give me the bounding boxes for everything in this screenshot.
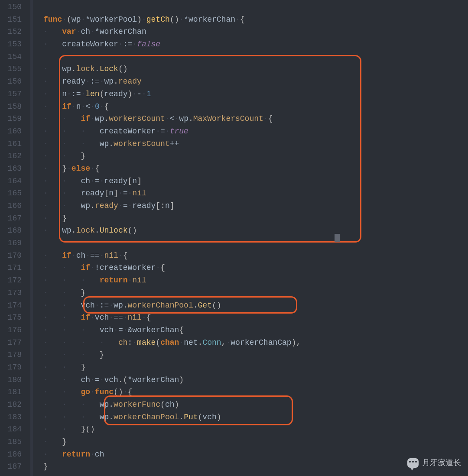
code-line[interactable]: · if·n·<·0·{ — [43, 100, 301, 113]
code-editor[interactable]: 1501511521531541551561571581591601611621… — [0, 0, 468, 476]
code-line[interactable]: · · · wp.workerFunc(ch) — [43, 398, 301, 411]
code-line[interactable]: · · · } — [43, 349, 301, 361]
code-area[interactable]: func·(wp·*workerPool)·getCh()·*workerCha… — [43, 1, 301, 476]
line-number: 171 — [0, 262, 26, 274]
line-number: 183 — [0, 411, 26, 424]
line-number: 166 — [0, 200, 26, 212]
code-line[interactable]: func·(wp·*workerPool)·getCh()·*workerCha… — [43, 13, 301, 26]
line-number: 152 — [0, 26, 26, 38]
caret-mark — [335, 234, 340, 242]
watermark: 月牙寂道长 — [407, 457, 461, 469]
line-number: 160 — [0, 125, 26, 138]
line-number: 158 — [0, 100, 26, 113]
code-line[interactable]: · · if·vch·==·nil·{ — [43, 311, 301, 324]
line-number: 154 — [0, 51, 26, 63]
line-number: 168 — [0, 224, 26, 237]
line-number: 178 — [0, 349, 26, 361]
code-line[interactable]: · } — [43, 436, 301, 448]
code-line[interactable]: · · · return·nil — [43, 274, 301, 287]
line-number: 187 — [0, 460, 26, 473]
wechat-icon — [407, 458, 419, 468]
code-line[interactable]: · · · wp.workerChanPool.Put(vch) — [43, 411, 301, 424]
code-line[interactable]: · if·ch·==·nil·{ — [43, 249, 301, 262]
code-line[interactable]: · ready·:=·wp.ready — [43, 75, 301, 88]
line-number: 169 — [0, 237, 26, 249]
code-line[interactable]: · var·ch·*workerChan — [43, 26, 301, 38]
line-number: 176 — [0, 324, 26, 337]
code-line[interactable] — [43, 237, 301, 249]
line-number: 170 — [0, 249, 26, 262]
line-number: 184 — [0, 423, 26, 436]
code-line[interactable]: · · vch·:=·wp.workerChanPool.Get() — [43, 299, 301, 312]
line-number: 164 — [0, 175, 26, 188]
line-number: 185 — [0, 436, 26, 448]
code-line[interactable]: · · wp.ready·=·ready[:n] — [43, 200, 301, 212]
code-line[interactable]: · } — [43, 212, 301, 225]
code-line[interactable] — [43, 51, 301, 63]
code-line[interactable]: · createWorker·:=·false — [43, 38, 301, 51]
line-number: 179 — [0, 361, 26, 374]
code-line[interactable]: · · ready[n]·=·nil — [43, 187, 301, 200]
line-number: 188 — [0, 473, 26, 476]
line-number: 180 — [0, 374, 26, 386]
line-number: 167 — [0, 212, 26, 225]
line-number: 163 — [0, 162, 26, 175]
code-line[interactable]: · · · · ch:·make(chan·net.Conn,·workerCh… — [43, 337, 301, 349]
line-number: 161 — [0, 138, 26, 150]
line-number: 172 — [0, 274, 26, 287]
code-line[interactable]: · · ch·=·ready[n] — [43, 175, 301, 188]
code-line[interactable]: · · go·func()·{ — [43, 386, 301, 398]
line-number: 165 — [0, 187, 26, 200]
code-line[interactable]: } — [43, 460, 301, 473]
code-line[interactable]: · · · createWorker·=·true — [43, 125, 301, 138]
code-line[interactable]: · · }() — [43, 423, 301, 436]
code-line[interactable] — [43, 1, 301, 13]
code-line[interactable] — [43, 473, 301, 476]
line-number: 162 — [0, 150, 26, 162]
code-line[interactable]: · · · vch·=·&workerChan{ — [43, 324, 301, 337]
code-line[interactable]: · wp.lock.Unlock() — [43, 224, 301, 237]
code-line[interactable]: · · } — [43, 150, 301, 162]
code-line[interactable]: · return·ch — [43, 448, 301, 461]
line-number: 174 — [0, 299, 26, 312]
scrollbar[interactable] — [465, 0, 468, 476]
code-line[interactable]: · wp.lock.Lock() — [43, 63, 301, 75]
line-number: 153 — [0, 38, 26, 51]
line-number: 173 — [0, 287, 26, 299]
line-number-gutter[interactable]: 1501511521531541551561571581591601611621… — [0, 0, 26, 476]
code-line[interactable]: · · if·wp.workersCount·<·wp.MaxWorkersCo… — [43, 113, 301, 125]
watermark-text: 月牙寂道长 — [422, 457, 461, 469]
code-line[interactable]: · · · wp.workersCount++ — [43, 138, 301, 150]
line-number: 175 — [0, 311, 26, 324]
line-number: 159 — [0, 113, 26, 125]
code-line[interactable]: · · ch·=·vch.(*workerChan) — [43, 374, 301, 386]
code-line[interactable]: · · } — [43, 361, 301, 374]
line-number: 182 — [0, 398, 26, 411]
line-number: 150 — [0, 1, 26, 13]
code-line[interactable]: · · if·!createWorker·{ — [43, 262, 301, 274]
line-number: 181 — [0, 386, 26, 398]
code-line[interactable]: · }·else·{ — [43, 162, 301, 175]
line-number: 155 — [0, 63, 26, 75]
line-number: 186 — [0, 448, 26, 461]
line-number: 156 — [0, 75, 26, 88]
line-number: 177 — [0, 337, 26, 349]
line-number: 157 — [0, 88, 26, 100]
code-line[interactable]: · · } — [43, 287, 301, 299]
code-line[interactable]: · n·:=·len(ready)·-·1 — [43, 88, 301, 100]
line-number: 151 — [0, 13, 26, 26]
fold-margin — [30, 0, 33, 476]
